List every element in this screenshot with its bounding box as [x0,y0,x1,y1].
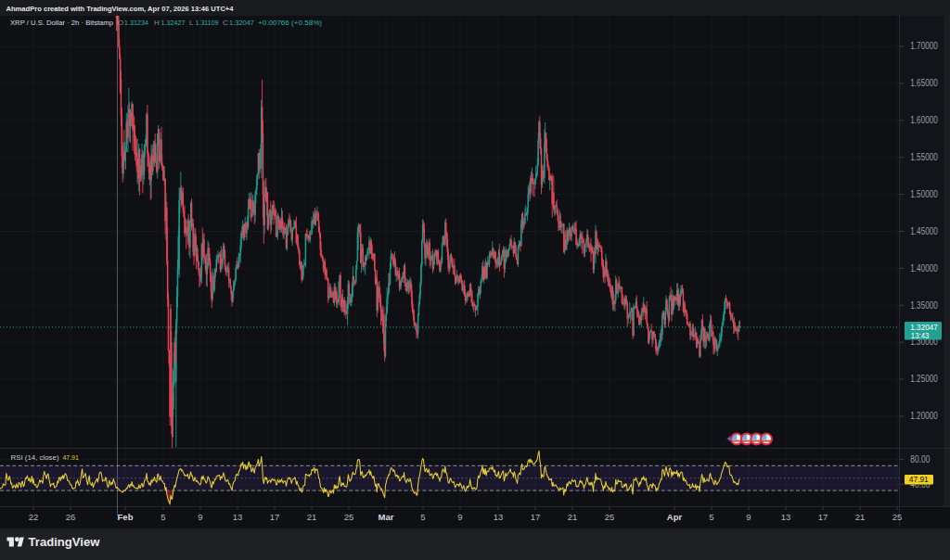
svg-text:1.25000: 1.25000 [910,374,938,384]
svg-text:XRP / U.S. Dollar · 2h · Bitst: XRP / U.S. Dollar · 2h · Bitstamp [10,19,114,27]
svg-text:Feb: Feb [118,512,134,522]
svg-text:21: 21 [568,512,578,522]
svg-text:17: 17 [818,512,828,522]
svg-text:1.31234: 1.31234 [124,19,148,27]
svg-text:47.91: 47.91 [62,453,79,462]
svg-text:1.65000: 1.65000 [910,78,938,88]
svg-text:L: L [189,19,194,27]
svg-text:9: 9 [746,512,751,522]
svg-text:O: O [118,19,123,27]
svg-text:1.35000: 1.35000 [910,300,938,311]
svg-text:1.60000: 1.60000 [910,115,938,125]
svg-text:1.20000: 1.20000 [910,411,938,421]
svg-text:5: 5 [709,512,713,522]
svg-text:13: 13 [494,512,504,522]
svg-text:47.91: 47.91 [909,474,929,484]
svg-text:21: 21 [307,512,317,522]
svg-text:1.70000: 1.70000 [910,41,938,51]
svg-text:1.40000: 1.40000 [910,263,938,274]
svg-text:1.32427: 1.32427 [161,19,186,27]
svg-text:25: 25 [344,512,354,522]
svg-text:13: 13 [233,512,243,522]
svg-text:22: 22 [29,512,39,522]
svg-text:Apr: Apr [667,512,683,522]
svg-text:17: 17 [531,512,541,522]
svg-text:25: 25 [892,512,903,522]
svg-text:5: 5 [420,512,425,522]
svg-text:26: 26 [66,512,76,522]
svg-text:1.31109: 1.31109 [196,19,219,27]
svg-text:17: 17 [270,512,280,522]
svg-text:C: C [223,19,228,27]
svg-text:5: 5 [160,512,165,522]
svg-text:21: 21 [855,512,866,522]
svg-text:1.50000: 1.50000 [910,189,938,199]
svg-text:80.00: 80.00 [910,454,930,465]
svg-text:+0.00766 (+0.58%): +0.00766 (+0.58%) [258,19,322,27]
svg-text:9: 9 [198,512,202,522]
svg-text:1.55000: 1.55000 [910,152,938,162]
svg-text:9: 9 [457,512,462,522]
svg-text:TradingView: TradingView [29,535,100,549]
svg-text:13: 13 [781,512,791,522]
svg-text:Mar: Mar [379,512,394,522]
svg-text:AhmadPro created with TradingV: AhmadPro created with TradingView.com, A… [6,5,235,13]
svg-text:25: 25 [605,512,615,522]
svg-text:H: H [154,19,160,27]
svg-text:RSI (14, close): RSI (14, close) [11,453,59,462]
svg-text:13:43: 13:43 [911,330,930,340]
svg-text:1.32047: 1.32047 [229,19,255,27]
svg-text:1.45000: 1.45000 [910,226,938,236]
